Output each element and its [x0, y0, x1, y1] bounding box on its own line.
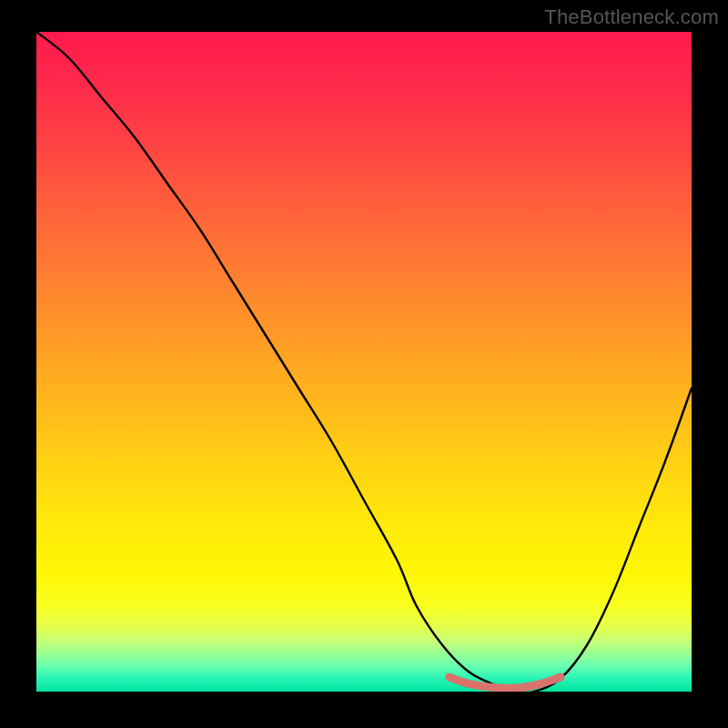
curve-svg [36, 32, 692, 692]
watermark-text: TheBottleneck.com [544, 5, 719, 29]
optimal-range-path [450, 677, 561, 688]
chart-frame: TheBottleneck.com [0, 0, 728, 728]
plot-area [36, 32, 692, 692]
bottleneck-curve-path [36, 32, 692, 692]
